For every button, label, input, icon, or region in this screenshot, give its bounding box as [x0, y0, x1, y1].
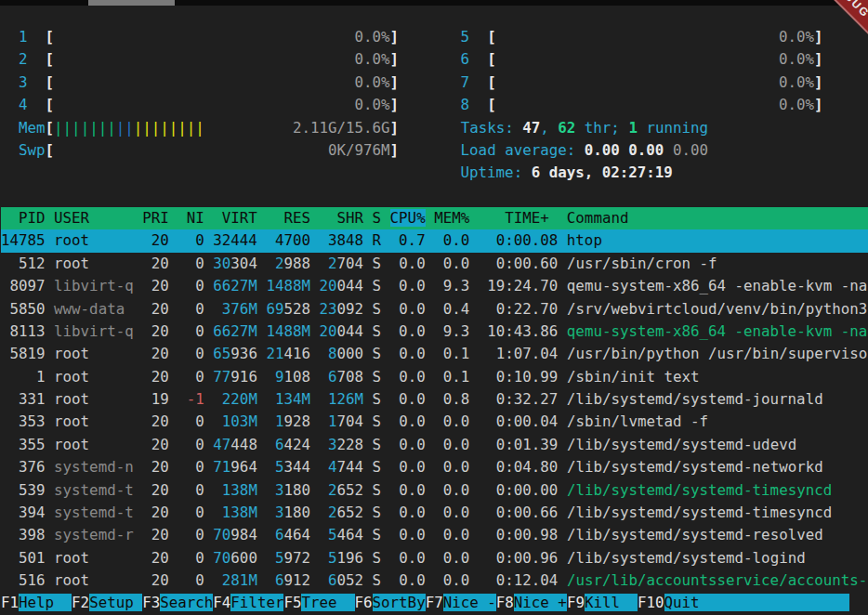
- process-row[interactable]: 5850 www-data 20 0 376M 69528 23092 S 0.…: [1, 298, 868, 321]
- mem-used-bars: |||||||: [54, 119, 116, 137]
- fkey-label[interactable]: Nice +: [514, 594, 567, 611]
- fkey-quit[interactable]: F10Quit: [638, 594, 849, 611]
- fkey-label[interactable]: Help: [19, 594, 72, 611]
- text-segment: [134, 322, 143, 340]
- cell-virt: 138M: [222, 504, 257, 521]
- text-segment: [469, 73, 487, 91]
- cell-virt: 47: [213, 436, 230, 453]
- cell-res: 134M: [275, 390, 310, 408]
- process-row[interactable]: 398 systemd-r 20 0 70984 6464 5464 S 0.0…: [1, 524, 868, 546]
- cell-pid: 14785: [1, 231, 46, 249]
- fkey-sortby[interactable]: F6SortBy: [355, 594, 426, 611]
- cell-shr: 5: [328, 526, 337, 543]
- column-header-ni[interactable]: NI: [178, 209, 204, 227]
- column-header-state[interactable]: S: [373, 209, 382, 227]
- column-header-pid[interactable]: PID: [1, 209, 46, 227]
- fkey-number[interactable]: F7: [426, 594, 443, 611]
- cell-mem: 0.0: [434, 526, 469, 543]
- column-header-user[interactable]: USER: [54, 209, 134, 227]
- process-row[interactable]: 8113 libvirt-q 20 0 6627M 1488M 20044 S …: [1, 321, 868, 343]
- process-row[interactable]: 331 root 19 -1 220M 134M 126M S 0.0 0.8 …: [1, 388, 868, 411]
- cell-virt: 65: [213, 345, 230, 362]
- cell-res: 3: [275, 504, 284, 521]
- cell-ni: 0: [195, 345, 204, 362]
- column-header-res[interactable]: RES: [266, 209, 310, 227]
- cpu-meter-5: 5 [ 0.0%]: [461, 28, 823, 46]
- fkey-tree[interactable]: F5Tree: [283, 594, 354, 611]
- fkey-label[interactable]: Tree: [301, 594, 354, 611]
- column-header-pri[interactable]: PRI: [142, 209, 169, 227]
- fkey-number[interactable]: F9: [567, 594, 585, 611]
- process-row[interactable]: 353 root 20 0 103M 1928 1704 S 0.0 0.0 0…: [1, 411, 868, 433]
- text-segment: [204, 368, 214, 386]
- cell-mem: 0.0: [434, 436, 469, 453]
- text-segment: [620, 141, 629, 159]
- text-segment: [363, 322, 373, 340]
- column-header-command[interactable]: Command: [567, 209, 629, 227]
- process-row[interactable]: 512 root 20 0 30304 2988 2704 S 0.0 0.0 …: [1, 253, 868, 275]
- fkey-help[interactable]: F1Help: [1, 594, 72, 611]
- meter-close-bracket: ]: [390, 141, 400, 159]
- fkey-label[interactable]: Search: [160, 594, 213, 611]
- cell-ni: 0: [195, 549, 204, 567]
- process-row[interactable]: 5819 root 20 0 65936 21416 8000 S 0.0 0.…: [1, 343, 868, 365]
- text-segment: [169, 300, 196, 318]
- fkey-kill[interactable]: F9Kill: [567, 594, 638, 611]
- fkey-number[interactable]: F10: [638, 594, 664, 611]
- text-segment: [204, 571, 222, 589]
- process-row[interactable]: 14785 root 20 0 32444 4700 3848 R 0.7 0.…: [1, 229, 868, 252]
- process-row[interactable]: 539 systemd-t 20 0 138M 3180 2652 S 0.0 …: [1, 479, 868, 502]
- cell-user: root: [54, 436, 134, 453]
- text-segment: [426, 209, 435, 227]
- process-row[interactable]: 376 systemd-n 20 0 71964 5344 4744 S 0.0…: [1, 456, 868, 478]
- fkey-label[interactable]: Setup: [89, 594, 142, 611]
- fkey-search[interactable]: F3Search: [142, 594, 213, 611]
- fkey-label[interactable]: SortBy: [373, 594, 426, 611]
- column-header-time[interactable]: TIME+: [479, 209, 559, 227]
- fkey-label[interactable]: Filter: [230, 594, 283, 611]
- fkey-number[interactable]: F3: [142, 594, 160, 611]
- fkey-label[interactable]: Quit: [664, 594, 850, 611]
- cell-user: libvirt-q: [54, 277, 134, 294]
- text-segment: [1, 96, 19, 113]
- text-segment: [558, 390, 567, 408]
- cell-virt: 220M: [222, 390, 257, 408]
- column-header-virt[interactable]: VIRT: [213, 209, 257, 227]
- text-segment: [310, 571, 328, 589]
- swap-meter-label: Swp: [19, 141, 46, 159]
- fkey-nice-[interactable]: F8Nice +: [496, 594, 567, 611]
- text-segment: [496, 96, 779, 113]
- fkey-setup[interactable]: F2Setup: [72, 594, 142, 611]
- column-header-shr[interactable]: SHR: [319, 209, 363, 227]
- text-segment: [257, 368, 275, 386]
- fkey-number[interactable]: F4: [213, 594, 230, 611]
- fkey-number[interactable]: F8: [496, 594, 514, 611]
- fkey-label[interactable]: Kill: [585, 594, 638, 611]
- process-row[interactable]: 501 root 20 0 70600 5972 5196 S 0.0 0.0 …: [1, 547, 868, 569]
- column-header-mem[interactable]: MEM%: [434, 209, 469, 227]
- column-header-cpu-sort[interactable]: CPU%: [390, 209, 426, 227]
- process-row[interactable]: 1 root 20 0 77916 9108 6708 S 0.0 0.1 0:…: [1, 366, 868, 388]
- text-segment: [310, 412, 328, 430]
- fkey-label[interactable]: Nice -: [443, 594, 496, 611]
- running-label: running: [638, 119, 708, 137]
- fkey-number[interactable]: F6: [355, 594, 373, 611]
- cell-user: systemd-t: [54, 504, 134, 521]
- cpu-meter-value: 0.0%: [779, 50, 814, 68]
- cell-virt: 6627M: [213, 277, 257, 294]
- process-row[interactable]: 355 root 20 0 47448 6424 3228 S 0.0 0.0 …: [1, 434, 868, 456]
- process-row[interactable]: 516 root 20 0 281M 6912 6052 S 0.0 0.0 0…: [1, 569, 868, 592]
- cell-command: /sbin/lvmetad -f: [567, 412, 708, 430]
- process-row[interactable]: 394 systemd-t 20 0 138M 3180 2652 S 0.0 …: [1, 502, 868, 524]
- cell-mem: 0.0: [434, 255, 469, 272]
- fkey-filter[interactable]: F4Filter: [213, 594, 283, 611]
- fkey-nice-[interactable]: F7Nice -: [426, 594, 496, 611]
- fkey-number[interactable]: F1: [1, 594, 19, 611]
- cell-virt: 30: [213, 255, 230, 272]
- fkey-number[interactable]: F2: [72, 594, 89, 611]
- process-row[interactable]: 8097 libvirt-q 20 0 6627M 1488M 20044 S …: [1, 275, 868, 297]
- fkey-number[interactable]: F5: [283, 594, 301, 611]
- text-segment: [46, 504, 55, 521]
- text-segment: [469, 231, 479, 249]
- text-segment: [310, 255, 328, 272]
